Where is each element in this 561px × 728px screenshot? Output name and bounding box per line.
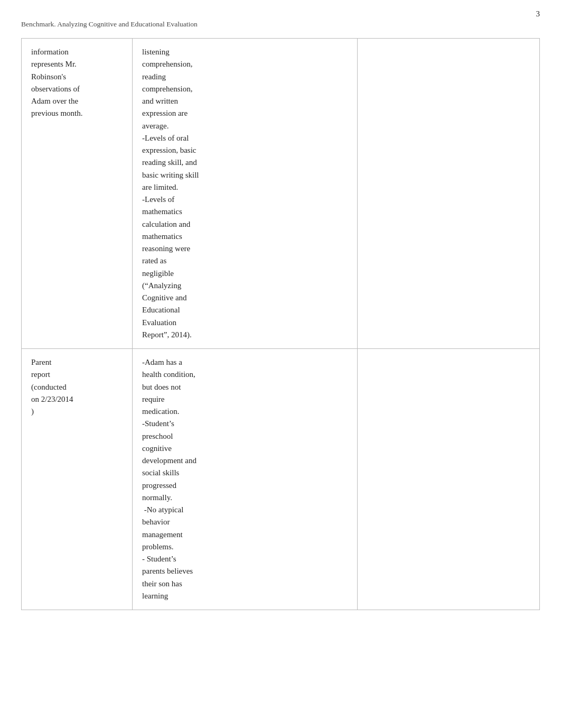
table-cell-col2-row1: -Adam has a health condition, but does n…	[133, 349, 358, 610]
table-cell-col1-row1: Parent report (conducted on 2/23/2014 )	[22, 349, 133, 610]
table-cell-col2-row0: listening comprehension, reading compreh…	[133, 39, 358, 349]
table-cell-col3-row0	[357, 39, 539, 349]
table-cell-col1-row0: information represents Mr. Robinson's ob…	[22, 39, 133, 349]
col2-text: listening comprehension, reading compreh…	[142, 48, 199, 339]
table-row: Parent report (conducted on 2/23/2014 )-…	[22, 349, 540, 610]
page-container: 3 Benchmark. Analyzing Cognitive and Edu…	[0, 0, 561, 728]
main-table: information represents Mr. Robinson's ob…	[21, 38, 540, 610]
col1-text: information represents Mr. Robinson's ob…	[31, 48, 83, 117]
page-header: Benchmark. Analyzing Cognitive and Educa…	[21, 20, 540, 29]
col2-text: -Adam has a health condition, but does n…	[142, 358, 197, 600]
table-row: information represents Mr. Robinson's ob…	[22, 39, 540, 349]
table-cell-col3-row1	[357, 349, 539, 610]
col1-text: Parent report (conducted on 2/23/2014 )	[31, 358, 73, 416]
page-number: 3	[536, 10, 540, 19]
